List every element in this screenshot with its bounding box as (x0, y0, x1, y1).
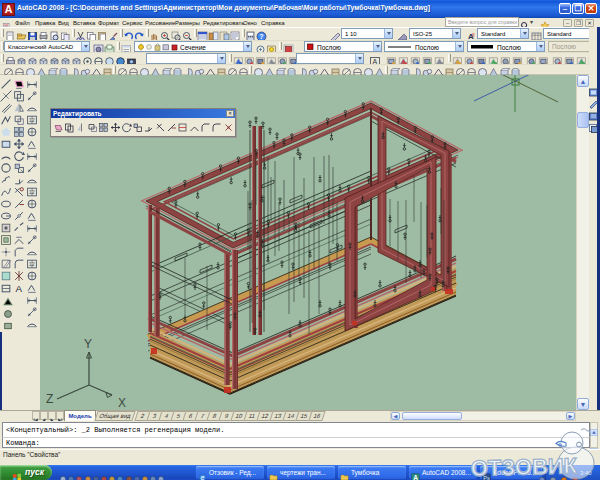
svg-text:A: A (15, 283, 22, 294)
svg-text:Z: Z (46, 392, 53, 406)
svg-text:Послою: Послою (415, 44, 439, 51)
svg-text:Сечение: Сечение (180, 44, 206, 51)
svg-text:12: 12 (29, 117, 35, 123)
svg-text:A: A (413, 474, 418, 480)
svg-text:X: X (118, 396, 126, 410)
svg-text:12: 12 (29, 189, 35, 195)
svg-text:Послою: Послою (497, 44, 521, 51)
svg-text:A: A (5, 3, 13, 15)
svg-text:Y: Y (84, 337, 92, 351)
svg-text:Ps: Ps (483, 475, 490, 480)
svg-text:12: 12 (29, 261, 35, 267)
svg-text:Послою: Послою (317, 44, 341, 51)
svg-text:e: e (201, 474, 205, 480)
